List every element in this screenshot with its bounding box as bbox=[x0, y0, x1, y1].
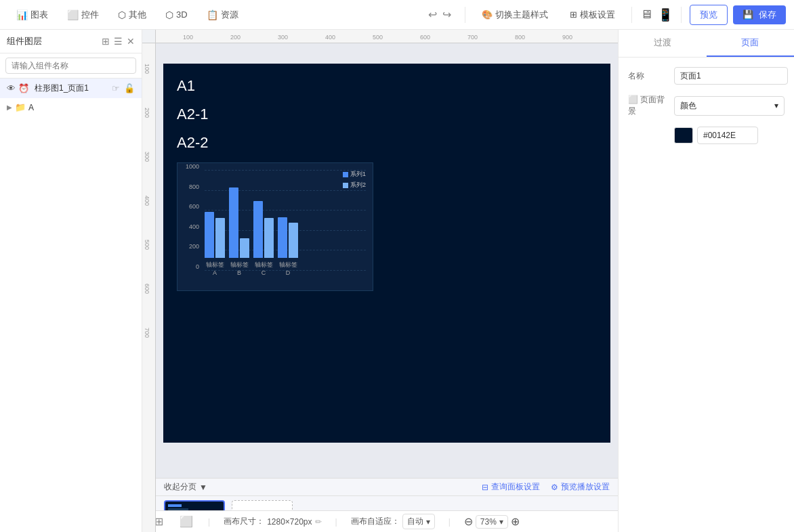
panel-icon-list[interactable]: ☰ bbox=[114, 36, 123, 47]
collapse-label: 收起分页 bbox=[164, 481, 196, 493]
bg-chevron-icon: ▾ bbox=[774, 101, 778, 110]
ruler-tick-v-400: 400 bbox=[144, 196, 150, 206]
canvas-adapt-label: 画布自适应： bbox=[351, 516, 400, 527]
controls-icon: ⬜ bbox=[67, 9, 79, 20]
ruler-tick-v-600: 600 bbox=[144, 284, 150, 294]
y-label-0: 0 bbox=[196, 263, 199, 270]
bar-a2 bbox=[215, 218, 225, 258]
divider bbox=[465, 7, 465, 23]
mobile-icon[interactable]: 📱 bbox=[658, 7, 673, 22]
undo-redo-group: ↩ ↪ bbox=[428, 8, 451, 21]
canvas-page: A1 A2-1 A2-2 bbox=[163, 64, 610, 443]
toolbar-controls-btn[interactable]: ⬜ 控件 bbox=[59, 5, 107, 24]
lock-icon[interactable]: 🔓 bbox=[124, 83, 135, 93]
ruler-tick-h-500: 500 bbox=[373, 34, 383, 41]
bar-d1 bbox=[278, 217, 287, 258]
search-input[interactable] bbox=[5, 58, 136, 74]
color-box bbox=[674, 127, 758, 144]
folder-item[interactable]: ▶ 📁 A bbox=[0, 98, 142, 116]
zoom-minus-btn[interactable]: ⊖ bbox=[464, 515, 473, 528]
canvas-size-label: 画布尺寸： bbox=[224, 516, 264, 527]
toolbar-3d-btn[interactable]: ⬡ 3D bbox=[157, 6, 196, 24]
save-icon: 💾 bbox=[743, 9, 753, 20]
y-label-600: 600 bbox=[189, 203, 199, 210]
panel-close-icon[interactable]: ✕ bbox=[127, 36, 135, 47]
ruler-tick-h-900: 900 bbox=[562, 34, 572, 41]
canvas-size-item: 画布尺寸： 1280×720px ✏ bbox=[224, 516, 321, 527]
toolbar-right: ↩ ↪ 🎨 切换主题样式 ⊞ 模板设置 🖥 📱 预览 💾 保存 bbox=[423, 5, 786, 25]
collapse-btn[interactable]: 收起分页 ▼ bbox=[164, 481, 207, 493]
toolbar-other-btn[interactable]: ⬡ 其他 bbox=[110, 5, 154, 24]
monitor-icon[interactable]: 🖥 bbox=[640, 7, 652, 22]
tab-page[interactable]: 页面 bbox=[707, 30, 795, 57]
zoom-chevron-icon: ▾ bbox=[499, 517, 503, 527]
undo-btn[interactable]: ↩ bbox=[428, 8, 437, 21]
layer-name: 柱形图1_页面1 bbox=[35, 83, 108, 94]
ruler-tick-h-200: 200 bbox=[230, 34, 241, 41]
toolbar: 📊 图表 ⬜ 控件 ⬡ 其他 ⬡ 3D 📋 资源 ↩ ↪ 🎨 切换主题样式 ⊞ … bbox=[0, 0, 794, 30]
gridline-5 bbox=[205, 270, 366, 271]
ruler-tick-h-600: 600 bbox=[420, 34, 430, 41]
main-layout: 组件图层 ⊞ ☰ ✕ 👁 ⏰ 柱形图1_页面1 ☞ 🔓 ▶ 📁 A bbox=[0, 30, 794, 532]
bg-icon: ⬜ bbox=[628, 95, 638, 104]
chevron-down-icon: ▾ bbox=[426, 517, 430, 527]
bar-b1 bbox=[229, 187, 238, 258]
ruler-tick-h-100: 100 bbox=[183, 34, 193, 41]
ruler-tick-v-300: 300 bbox=[144, 152, 150, 162]
legend-item-2: 系列2 bbox=[343, 181, 366, 190]
bar-group-d bbox=[278, 217, 298, 258]
visibility-icon[interactable]: 👁 bbox=[7, 83, 16, 93]
folder-arrow: ▶ bbox=[7, 104, 12, 111]
bar-group-b bbox=[229, 187, 249, 258]
ruler-vertical: 100 200 300 400 500 600 700 bbox=[142, 43, 156, 532]
panel-search bbox=[0, 53, 142, 79]
ruler-tick-v-100: 100 bbox=[144, 64, 150, 74]
canvas-scroll[interactable]: A1 A2-1 A2-2 bbox=[156, 43, 618, 478]
canvas-adapt-select[interactable]: 自动 ▾ bbox=[402, 514, 435, 529]
color-input[interactable] bbox=[697, 127, 758, 144]
redo-btn[interactable]: ↪ bbox=[442, 8, 451, 21]
bar-c1 bbox=[253, 201, 263, 258]
query-panel-btn[interactable]: ⊟ 查询面板设置 bbox=[482, 481, 540, 493]
switch-theme-btn[interactable]: 🎨 切换主题样式 bbox=[474, 5, 556, 24]
right-tabs: 过渡 页面 bbox=[619, 30, 794, 58]
color-swatch[interactable] bbox=[674, 127, 693, 143]
thumb-bar-1 bbox=[168, 504, 182, 507]
canvas-area: 100 200 300 400 500 600 700 800 900 100 … bbox=[142, 30, 618, 532]
toolbar-charts-btn[interactable]: 📊 图表 bbox=[8, 5, 56, 24]
bg-type-select[interactable]: 颜色 ▾ bbox=[674, 96, 785, 116]
ruler-tick-v-500: 500 bbox=[144, 240, 150, 250]
tab-transition[interactable]: 过渡 bbox=[619, 30, 707, 57]
preview-btn[interactable]: 预览 bbox=[690, 5, 728, 25]
bottom-actions: ⊟ 查询面板设置 ⚙ 预览播放设置 bbox=[482, 481, 610, 493]
panel-icon-grid[interactable]: ⊞ bbox=[102, 36, 110, 47]
legend-dot-2 bbox=[343, 183, 348, 188]
name-input[interactable] bbox=[674, 67, 788, 85]
bg-label: ⬜ 页面背景 bbox=[628, 94, 669, 117]
frames-btn[interactable]: ⬜ bbox=[178, 514, 194, 529]
right-panel: 过渡 页面 名称 ⬜ 页面背景 颜色 ▾ bbox=[618, 30, 794, 532]
divider3 bbox=[681, 7, 682, 23]
ruler-corner bbox=[142, 30, 156, 43]
bar-d2 bbox=[289, 223, 298, 258]
chart-inner: 1000 800 600 400 200 0 bbox=[177, 163, 373, 290]
y-label-200: 200 bbox=[189, 243, 199, 250]
bottom-toolbar: 收起分页 ▼ ⊟ 查询面板设置 ⚙ 预览播放设置 bbox=[156, 479, 618, 496]
zoom-select[interactable]: 73% ▾ bbox=[476, 515, 508, 529]
bar-group-c bbox=[253, 201, 274, 258]
zoom-value: 73% bbox=[480, 517, 497, 527]
name-row: 名称 bbox=[628, 67, 785, 85]
bar-c2 bbox=[264, 218, 274, 258]
legend-item-1: 系列1 bbox=[343, 170, 366, 179]
canvas-content: A1 A2-1 A2-2 bbox=[163, 64, 610, 305]
preview-play-btn[interactable]: ⚙ 预览播放设置 bbox=[551, 481, 610, 493]
layer-item[interactable]: 👁 ⏰ 柱形图1_页面1 ☞ 🔓 bbox=[0, 79, 142, 98]
edit-icon[interactable]: ✏ bbox=[315, 517, 322, 527]
template-settings-btn[interactable]: ⊞ 模板设置 bbox=[562, 5, 623, 24]
chart-container[interactable]: 1000 800 600 400 200 0 bbox=[177, 162, 373, 291]
zoom-plus-btn[interactable]: ⊕ bbox=[511, 515, 520, 528]
save-btn[interactable]: 💾 保存 bbox=[733, 5, 786, 24]
left-panel: 组件图层 ⊞ ☰ ✕ 👁 ⏰ 柱形图1_页面1 ☞ 🔓 ▶ 📁 A bbox=[0, 30, 142, 532]
canvas-adapt-value: 自动 bbox=[407, 516, 423, 527]
toolbar-resources-btn[interactable]: 📋 资源 bbox=[198, 5, 247, 24]
